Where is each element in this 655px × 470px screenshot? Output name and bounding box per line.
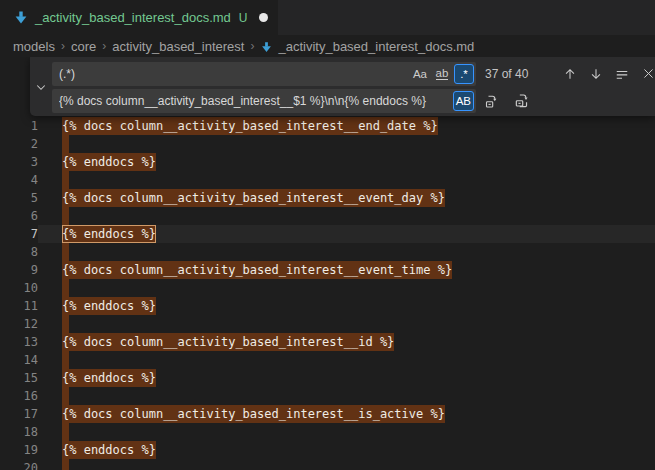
find-match-text: {% docs column__activity_based_interest_… [62, 333, 394, 351]
code-line[interactable]: 17 {% docs column__activity_based_intere… [0, 405, 655, 423]
find-match-text: {% enddocs %} [62, 369, 156, 387]
arrow-up-icon [563, 67, 577, 81]
line-number: 9 [0, 261, 38, 279]
line-number: 18 [0, 423, 38, 441]
close-icon [642, 67, 655, 80]
file-type-icon [260, 41, 273, 54]
code-line[interactable]: 11 {% enddocs %} [0, 297, 655, 315]
find-row: (.*) Aa ab .* 37 of 40 [52, 61, 655, 86]
find-input[interactable]: (.*) Aa ab .* [52, 62, 476, 86]
line-number: 8 [0, 243, 38, 261]
replace-all-button[interactable] [511, 90, 533, 112]
find-match-text [62, 423, 69, 441]
code-line[interactable]: 15 {% enddocs %} [0, 369, 655, 387]
line-number: 2 [0, 135, 38, 153]
find-input-value: (.*) [59, 67, 410, 81]
replace-input-value: {% docs column__activity_based_interest_… [59, 94, 453, 108]
chevron-down-icon [35, 81, 47, 93]
line-number: 13 [0, 333, 38, 351]
close-find-button[interactable] [637, 63, 655, 85]
code-line[interactable]: 5 {% docs column__activity_based_interes… [0, 189, 655, 207]
next-match-button[interactable] [585, 63, 607, 85]
code-line[interactable]: 8 [0, 243, 655, 261]
find-match-text [62, 207, 69, 225]
code-line[interactable]: 2 [0, 135, 655, 153]
tab-active-file[interactable]: _activity_based_interest_docs.md U [0, 0, 278, 35]
breadcrumb-file-label: _activity_based_interest_docs.md [278, 39, 474, 54]
regex-toggle[interactable]: .* [454, 64, 474, 84]
replace-row: {% docs column__activity_based_interest_… [52, 88, 655, 113]
code-line[interactable]: 4 [0, 171, 655, 189]
find-match-text [62, 459, 69, 470]
chevron-right-icon: › [61, 39, 65, 53]
find-match-text: {% enddocs %} [62, 297, 156, 315]
code-line[interactable]: 3 {% enddocs %} [0, 153, 655, 171]
find-match-text: {% enddocs %} [62, 153, 156, 171]
editor-pane[interactable]: 1 {% docs column__activity_based_interes… [0, 57, 655, 470]
code-line[interactable]: 18 [0, 423, 655, 441]
line-number: 11 [0, 297, 38, 315]
code-line[interactable]: 10 [0, 279, 655, 297]
chevron-right-icon: › [102, 39, 106, 53]
breadcrumb-item-file[interactable]: _activity_based_interest_docs.md [260, 39, 474, 54]
selection-lines-icon [615, 67, 629, 81]
find-in-selection-button[interactable] [611, 63, 633, 85]
find-match-text: {% docs column__activity_based_interest_… [62, 189, 445, 207]
code-line[interactable]: 13 {% docs column__activity_based_intere… [0, 333, 655, 351]
line-number: 10 [0, 279, 38, 297]
code-line[interactable]: 14 [0, 351, 655, 369]
code-line[interactable]: 12 [0, 315, 655, 333]
find-match-text: {% enddocs %} [62, 225, 156, 243]
replace-all-icon [514, 92, 531, 109]
find-match-text: {% enddocs %} [62, 441, 156, 459]
breadcrumb: models › core › activity_based_interest … [0, 35, 655, 57]
line-number: 12 [0, 315, 38, 333]
whole-word-toggle[interactable]: ab [432, 64, 452, 84]
find-match-text [62, 171, 69, 189]
previous-match-button[interactable] [559, 63, 581, 85]
results-count: 37 of 40 [485, 67, 543, 81]
replace-input[interactable]: {% docs column__activity_based_interest_… [52, 89, 476, 113]
line-number: 20 [0, 459, 38, 470]
line-number: 16 [0, 387, 38, 405]
line-number: 15 [0, 369, 38, 387]
match-case-toggle[interactable]: Aa [410, 64, 430, 84]
code-line[interactable]: 19 {% enddocs %} [0, 441, 655, 459]
breadcrumb-item-folder[interactable]: activity_based_interest [112, 39, 244, 54]
find-match-text [62, 351, 69, 369]
code-line[interactable]: 1 {% docs column__activity_based_interes… [0, 117, 655, 135]
code-line[interactable]: 6 [0, 207, 655, 225]
line-number: 17 [0, 405, 38, 423]
git-status-badge: U [239, 11, 248, 25]
tab-title: _activity_based_interest_docs.md [35, 10, 231, 25]
line-number: 5 [0, 189, 38, 207]
line-number: 14 [0, 351, 38, 369]
line-number: 4 [0, 171, 38, 189]
tab-bar: _activity_based_interest_docs.md U [0, 0, 655, 35]
find-match-text: {% docs column__activity_based_interest_… [62, 261, 452, 279]
chevron-right-icon: › [250, 39, 254, 53]
unsaved-dot-icon[interactable] [259, 13, 268, 22]
code-line[interactable]: 9 {% docs column__activity_based_interes… [0, 261, 655, 279]
breadcrumb-item-core[interactable]: core [71, 39, 96, 54]
breadcrumb-item-models[interactable]: models [13, 39, 55, 54]
find-match-text [62, 315, 69, 333]
line-number: 3 [0, 153, 38, 171]
code-line[interactable]: 7 {% enddocs %} [0, 225, 655, 243]
find-replace-widget: (.*) Aa ab .* 37 of 40 [30, 57, 655, 116]
find-match-text [62, 135, 69, 153]
code-line[interactable]: 20 [0, 459, 655, 470]
line-number: 7 [0, 225, 38, 243]
line-number: 19 [0, 441, 38, 459]
file-type-icon [13, 10, 29, 26]
replace-button[interactable] [481, 90, 503, 112]
preserve-case-toggle[interactable]: AB [453, 91, 474, 111]
replace-icon [484, 93, 500, 109]
toggle-replace-button[interactable] [30, 57, 52, 116]
code-line[interactable]: 16 [0, 387, 655, 405]
find-match-text [62, 387, 69, 405]
line-number: 1 [0, 117, 38, 135]
find-match-text [62, 243, 69, 261]
find-match-text: {% docs column__activity_based_interest_… [62, 117, 438, 135]
arrow-down-icon [589, 67, 603, 81]
